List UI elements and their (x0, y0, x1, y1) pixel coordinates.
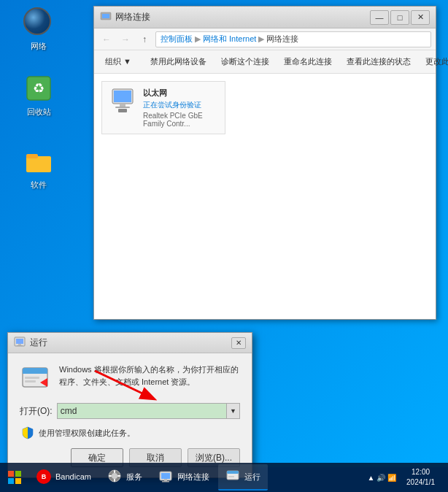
run-title-icon (14, 336, 26, 350)
svg-rect-13 (18, 344, 21, 345)
breadcrumb-part3: 网络连接 (266, 34, 298, 45)
run-input-row: 打开(O): ▼ (20, 403, 240, 419)
run-dialog-titlebar: 运行 ✕ (8, 333, 252, 353)
up-button[interactable]: ↑ (136, 31, 152, 47)
network-content: 以太网 正在尝试身份验证 Realtek PCIe GbE Family Con… (94, 74, 436, 319)
recycle-icon: ♻ (23, 73, 54, 104)
taskbar-item-services[interactable]: 服务 (100, 464, 150, 491)
forward-button[interactable]: → (117, 31, 134, 47)
svg-rect-39 (228, 476, 234, 477)
svg-rect-9 (115, 107, 130, 108)
bandicam-icon: B (36, 469, 51, 484)
breadcrumb: 控制面板 ▶ 网络和 Internet ▶ 网络连接 (155, 31, 431, 47)
svg-rect-19 (25, 380, 36, 383)
svg-rect-36 (162, 481, 169, 483)
toolbar: 组织 ▼ 禁用此网络设备 诊断这个连接 重命名此连接 查看此连接的状态 更改此连… (94, 50, 436, 74)
run-top-section: Windows 将根据你所输入的名称，为你打开相应的程序、文件夹、文档或 Int… (20, 364, 240, 394)
breadcrumb-part1[interactable]: 控制面板 (161, 34, 193, 45)
change-settings-button[interactable]: 更改此连接的设置 (419, 53, 448, 72)
window-controls: — □ ✕ (370, 10, 430, 25)
desktop-icon-software-label: 软件 (31, 180, 47, 191)
breadcrumb-part2[interactable]: 网络和 Internet (203, 34, 256, 45)
run-title-text: 运行 (30, 337, 231, 349)
desktop-icon-recycle-label: 回收站 (27, 107, 51, 118)
desktop-icon-recycle[interactable]: ♻ 回收站 (13, 73, 64, 118)
services-icon (107, 469, 122, 485)
ethernet-adapter-item[interactable]: 以太网 正在尝试身份验证 Realtek PCIe GbE Family Con… (101, 81, 225, 134)
svg-rect-32 (117, 475, 120, 477)
shield-text: 使用管理权限创建此任务。 (39, 428, 135, 439)
svg-rect-38 (227, 471, 239, 474)
adapter-icon (108, 88, 137, 114)
taskbar-clock: 12:00 2024/1/1 (401, 467, 441, 488)
svg-rect-3 (26, 154, 38, 158)
taskbar-item-bandicam-label: Bandicam (55, 472, 91, 481)
svg-rect-5 (102, 14, 109, 18)
run-main-icon (20, 364, 50, 394)
tray-icons: ▲ 🔊 📶 (368, 474, 396, 482)
svg-rect-8 (120, 104, 125, 107)
svg-rect-25 (8, 478, 14, 484)
close-button[interactable]: ✕ (411, 10, 430, 25)
network-connections-window: 网络连接 — □ ✕ ← → ↑ 控制面板 ▶ 网络和 Internet ▶ 网… (93, 6, 436, 320)
run-taskbar-icon (225, 469, 240, 485)
desktop-icon-software[interactable]: 软件 (13, 146, 64, 191)
taskbar-item-network[interactable]: 网络连接 (151, 464, 217, 491)
run-close-button[interactable]: ✕ (231, 337, 246, 349)
svg-rect-31 (109, 475, 112, 477)
organize-button[interactable]: 组织 ▼ (99, 53, 138, 72)
svg-rect-7 (114, 91, 131, 102)
window-titlebar: 网络连接 — □ ✕ (94, 7, 436, 28)
adapter-name: 以太网 (143, 88, 219, 99)
run-description: Windows 将根据你所输入的名称，为你打开相应的程序、文件夹、文档或 Int… (59, 364, 240, 388)
svg-rect-14 (17, 345, 23, 346)
svg-rect-12 (16, 339, 23, 344)
status-button[interactable]: 查看此连接的状态 (340, 53, 417, 72)
run-input-field[interactable] (57, 403, 227, 419)
shield-icon (21, 426, 34, 439)
svg-rect-24 (15, 471, 21, 477)
address-bar: ← → ↑ 控制面板 ▶ 网络和 Internet ▶ 网络连接 (94, 28, 436, 50)
breadcrumb-sep2: ▶ (258, 34, 264, 44)
network-icon (23, 7, 54, 38)
system-tray: ▲ 🔊 📶 12:00 2024/1/1 (362, 467, 447, 488)
breadcrumb-sep1: ▶ (195, 34, 201, 44)
run-input-dropdown[interactable]: ▼ (227, 403, 240, 419)
desktop-icon-network[interactable]: 网络 (13, 7, 64, 52)
svg-rect-26 (15, 478, 21, 484)
software-icon (23, 146, 54, 177)
svg-rect-23 (8, 471, 14, 477)
taskbar-item-run[interactable]: 运行 (218, 464, 268, 491)
svg-point-28 (112, 473, 117, 479)
svg-rect-2 (26, 156, 51, 172)
rename-button[interactable]: 重命名此连接 (277, 53, 339, 72)
svg-text:♻: ♻ (33, 81, 45, 96)
svg-rect-35 (164, 479, 167, 481)
run-dialog-content: Windows 将根据你所输入的名称，为你打开相应的程序、文件夹、文档或 Int… (8, 353, 252, 477)
svg-rect-18 (25, 377, 39, 379)
taskbar-item-services-label: 服务 (126, 472, 142, 483)
maximize-button[interactable]: □ (390, 10, 409, 25)
svg-rect-34 (161, 473, 170, 479)
svg-rect-29 (114, 470, 115, 473)
diagnose-button[interactable]: 诊断这个连接 (215, 53, 276, 72)
run-shield-row: 使用管理权限创建此任务。 (20, 426, 240, 439)
window-title-icon (100, 10, 112, 24)
clock-date: 2024/1/1 (406, 477, 435, 488)
svg-rect-10 (118, 109, 127, 112)
run-open-label: 打开(O): (20, 405, 53, 418)
run-dialog: 运行 ✕ Windows 将根据你所输入的名称，为你打开相应的程序、文件夹、文档… (7, 332, 252, 478)
back-button[interactable]: ← (99, 31, 115, 47)
taskbar: B Bandicam 服务 网络连接 (0, 463, 448, 492)
disable-device-button[interactable]: 禁用此网络设备 (144, 53, 213, 72)
window-title-text: 网络连接 (115, 11, 370, 23)
svg-rect-30 (114, 479, 115, 482)
svg-rect-17 (23, 372, 47, 374)
desktop-icon-network-label: 网络 (31, 41, 47, 52)
adapter-driver: Realtek PCIe GbE Family Contr... (143, 112, 219, 128)
minimize-button[interactable]: — (370, 10, 389, 25)
taskbar-item-bandicam[interactable]: B Bandicam (29, 464, 99, 491)
taskbar-item-network-label: 网络连接 (177, 472, 209, 483)
start-button[interactable] (1, 464, 28, 491)
network-taskbar-icon (158, 469, 173, 485)
